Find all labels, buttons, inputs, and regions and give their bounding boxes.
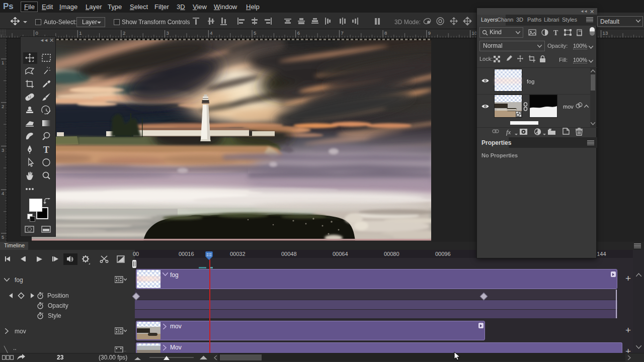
- svg-text:fx: fx: [506, 128, 511, 136]
- svg-text:8: 8: [384, 30, 387, 36]
- svg-text:1: 1: [2, 60, 4, 65]
- svg-text:1: 1: [79, 30, 82, 36]
- svg-text:..: ..: [124, 347, 126, 352]
- svg-text:5: 5: [254, 30, 256, 36]
- svg-text:5: 5: [2, 234, 4, 240]
- svg-text:2: 2: [2, 104, 4, 109]
- svg-text:7: 7: [341, 30, 343, 36]
- svg-text:4: 4: [2, 191, 4, 196]
- svg-text:T: T: [43, 145, 49, 155]
- svg-text:6: 6: [297, 30, 300, 36]
- svg-text:13: 13: [603, 30, 608, 36]
- svg-text:2: 2: [123, 30, 125, 36]
- svg-text:4: 4: [210, 30, 212, 36]
- svg-text:0: 0: [36, 30, 38, 36]
- svg-text:3: 3: [2, 147, 4, 153]
- svg-text:9: 9: [428, 30, 431, 36]
- svg-text:T: T: [553, 29, 558, 37]
- svg-text:3: 3: [167, 30, 169, 36]
